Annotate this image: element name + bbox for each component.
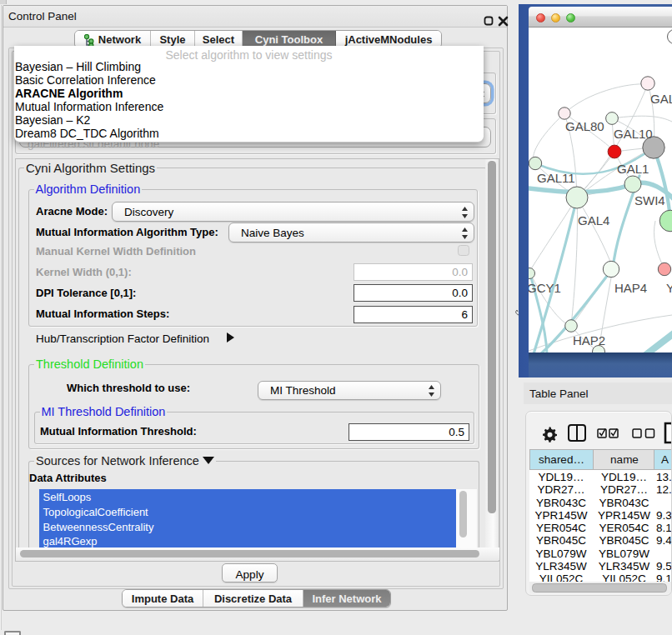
svg-text:SWI4: SWI4 [634,193,665,208]
svg-text:GAL7: GAL7 [650,92,672,106]
svg-text:GAL10: GAL10 [614,127,653,141]
svg-text:GAL11: GAL11 [537,171,575,185]
svg-text:GAL1: GAL1 [617,162,649,176]
svg-text:GCY1: GCY1 [529,281,561,295]
svg-text:HAP4: HAP4 [614,281,647,295]
svg-text:GAL4: GAL4 [578,213,609,228]
svg-text:GAL80: GAL80 [565,119,604,133]
svg-text:YJ: YJ [666,281,672,295]
svg-text:HAP2: HAP2 [573,333,605,348]
